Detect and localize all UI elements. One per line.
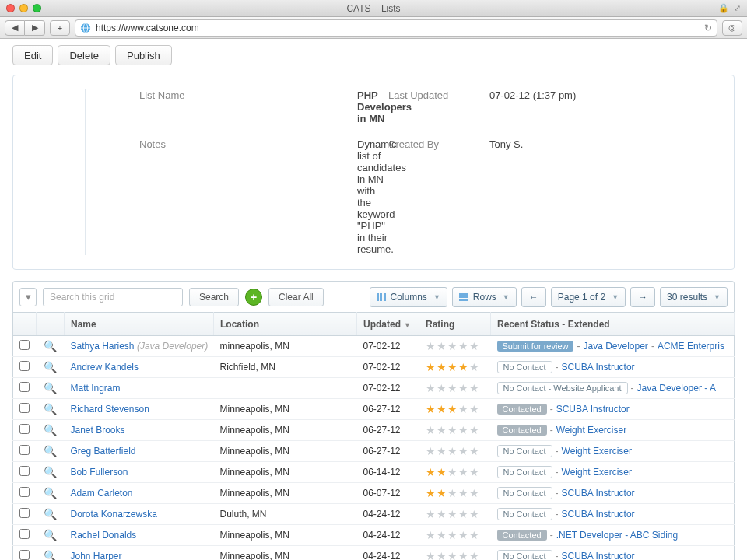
status-cell: Contacted - .NET Developer - ABC Siding bbox=[497, 530, 728, 541]
row-checkbox[interactable] bbox=[19, 529, 30, 539]
column-updated[interactable]: Updated▼ bbox=[357, 313, 419, 336]
grid-options-menu[interactable]: ▾ bbox=[19, 288, 37, 306]
candidate-name-link[interactable]: Janet Brooks bbox=[71, 425, 125, 436]
preview-icon[interactable]: 🔍 bbox=[44, 382, 57, 394]
rating-stars[interactable]: ★★★★★ bbox=[426, 424, 485, 436]
rating-stars[interactable]: ★★★★★ bbox=[426, 361, 485, 373]
candidate-name-link[interactable]: Rachel Donalds bbox=[71, 530, 137, 541]
row-checkbox[interactable] bbox=[19, 382, 30, 392]
row-checkbox[interactable] bbox=[19, 403, 30, 413]
candidate-name-link[interactable]: Greg Batterfield bbox=[71, 446, 136, 457]
column-name[interactable]: Name bbox=[65, 313, 214, 336]
status-extra-link[interactable]: Java Developer - A bbox=[637, 383, 716, 394]
status-extra-link[interactable]: Java Developer bbox=[583, 341, 647, 352]
row-checkbox[interactable] bbox=[19, 466, 30, 476]
row-checkbox[interactable] bbox=[19, 340, 30, 350]
location-cell: Richfield, MN bbox=[214, 357, 357, 378]
rating-stars[interactable]: ★★★★★ bbox=[426, 382, 485, 394]
updated-cell: 07-02-12 bbox=[357, 336, 419, 357]
table-row: 🔍Richard StevensonMinneapolis, MN06-27-1… bbox=[13, 399, 735, 420]
candidate-name-link[interactable]: Dorota Konarzewska bbox=[71, 509, 157, 520]
preview-icon[interactable]: 🔍 bbox=[44, 466, 57, 478]
rating-stars[interactable]: ★★★★★ bbox=[426, 445, 485, 457]
candidate-name-link[interactable]: Matt Ingram bbox=[71, 383, 121, 394]
created-by-label: Created By bbox=[388, 138, 489, 255]
status-extra-link[interactable]: SCUBA Instructor bbox=[562, 488, 635, 499]
status-extra-link[interactable]: SCUBA Instructor bbox=[562, 551, 635, 560]
preview-icon[interactable]: 🔍 bbox=[44, 508, 57, 520]
rating-stars[interactable]: ★★★★★ bbox=[426, 487, 485, 499]
star-icon: ★ bbox=[458, 424, 468, 436]
location-cell: Minneapolis, MN bbox=[214, 546, 357, 561]
status-extra-link[interactable]: SCUBA Instructor bbox=[556, 404, 630, 415]
forward-button[interactable]: ▶ bbox=[25, 20, 45, 36]
status-extra-link[interactable]: Weight Exerciser bbox=[556, 425, 626, 436]
candidate-name-link[interactable]: John Harper bbox=[71, 551, 122, 560]
status-extra-link[interactable]: .NET Developer - ABC Siding bbox=[556, 530, 679, 541]
status-extra-link[interactable]: Weight Exerciser bbox=[562, 446, 632, 457]
candidate-name-link[interactable]: Bob Fullerson bbox=[71, 467, 128, 478]
rating-stars[interactable]: ★★★★★ bbox=[426, 466, 485, 478]
created-by-value: Tony S. bbox=[489, 138, 645, 255]
row-checkbox[interactable] bbox=[19, 445, 30, 455]
updated-cell: 06-14-12 bbox=[357, 462, 419, 483]
page-next-button[interactable]: → bbox=[630, 287, 655, 307]
page-prev-button[interactable]: ← bbox=[521, 287, 546, 307]
search-button[interactable]: Search bbox=[189, 288, 239, 306]
candidate-name-link[interactable]: Adam Carleton bbox=[71, 488, 133, 499]
preview-icon[interactable]: 🔍 bbox=[44, 529, 57, 541]
status-cell: No Contact - SCUBA Instructor bbox=[497, 550, 728, 560]
rating-stars[interactable]: ★★★★★ bbox=[426, 340, 485, 352]
status-badge: No Contact bbox=[497, 361, 552, 373]
column-status[interactable]: Recent Status - Extended bbox=[491, 313, 735, 336]
address-bar[interactable]: https://www.catsone.com ↻ bbox=[75, 19, 717, 37]
back-button[interactable]: ◀ bbox=[5, 20, 25, 36]
preview-icon[interactable]: 🔍 bbox=[44, 424, 57, 436]
minimize-window-button[interactable] bbox=[19, 4, 28, 12]
rating-stars[interactable]: ★★★★★ bbox=[426, 529, 485, 541]
new-tab-button[interactable]: + bbox=[50, 20, 70, 36]
row-checkbox[interactable] bbox=[19, 508, 30, 518]
row-checkbox[interactable] bbox=[19, 361, 30, 371]
reload-icon[interactable]: ↻ bbox=[704, 23, 712, 33]
preview-icon[interactable]: 🔍 bbox=[44, 445, 57, 457]
preview-icon[interactable]: 🔍 bbox=[44, 487, 57, 499]
delete-button[interactable]: Delete bbox=[58, 45, 110, 65]
status-extra-link[interactable]: SCUBA Instructor bbox=[562, 362, 635, 373]
column-rating[interactable]: Rating bbox=[419, 313, 491, 336]
publish-button[interactable]: Publish bbox=[115, 45, 172, 65]
edit-button[interactable]: Edit bbox=[12, 45, 53, 65]
reader-button[interactable]: ◎ bbox=[722, 20, 742, 36]
status-extra-link[interactable]: SCUBA Instructor bbox=[562, 509, 635, 520]
candidate-name-link[interactable]: Sathya Hariesh bbox=[71, 341, 135, 352]
rating-stars[interactable]: ★★★★★ bbox=[426, 403, 485, 415]
rating-stars[interactable]: ★★★★★ bbox=[426, 508, 485, 520]
rating-stars[interactable]: ★★★★★ bbox=[426, 550, 485, 560]
page-select[interactable]: Page 1 of 2▼ bbox=[551, 287, 626, 307]
row-checkbox[interactable] bbox=[19, 487, 30, 497]
table-row: 🔍Andrew KandelsRichfield, MN07-02-12★★★★… bbox=[13, 357, 735, 378]
add-button[interactable]: + bbox=[245, 289, 262, 306]
close-window-button[interactable] bbox=[6, 4, 15, 12]
status-extra-link[interactable]: ACME Enterpris bbox=[658, 341, 724, 352]
preview-icon[interactable]: 🔍 bbox=[44, 550, 57, 560]
status-cell: No Contact - Website Applicant - Java De… bbox=[497, 382, 728, 394]
preview-icon[interactable]: 🔍 bbox=[44, 340, 57, 352]
candidate-name-link[interactable]: Andrew Kandels bbox=[71, 362, 139, 373]
candidate-name-link[interactable]: Richard Stevenson bbox=[71, 404, 149, 415]
row-checkbox[interactable] bbox=[19, 550, 30, 560]
rows-menu[interactable]: Rows▼ bbox=[452, 287, 517, 307]
columns-menu[interactable]: Columns▼ bbox=[370, 287, 447, 307]
star-icon: ★ bbox=[458, 403, 468, 415]
search-input[interactable]: Search this grid bbox=[43, 288, 183, 306]
clear-all-button[interactable]: Clear All bbox=[268, 288, 324, 306]
status-cell: No Contact - SCUBA Instructor bbox=[497, 487, 728, 499]
star-icon: ★ bbox=[458, 529, 468, 541]
zoom-window-button[interactable] bbox=[33, 4, 41, 12]
column-location[interactable]: Location bbox=[214, 313, 357, 336]
results-select[interactable]: 30 results▼ bbox=[660, 287, 728, 307]
preview-icon[interactable]: 🔍 bbox=[44, 403, 57, 415]
preview-icon[interactable]: 🔍 bbox=[44, 361, 57, 373]
status-extra-link[interactable]: Weight Exerciser bbox=[562, 467, 632, 478]
row-checkbox[interactable] bbox=[19, 424, 30, 434]
